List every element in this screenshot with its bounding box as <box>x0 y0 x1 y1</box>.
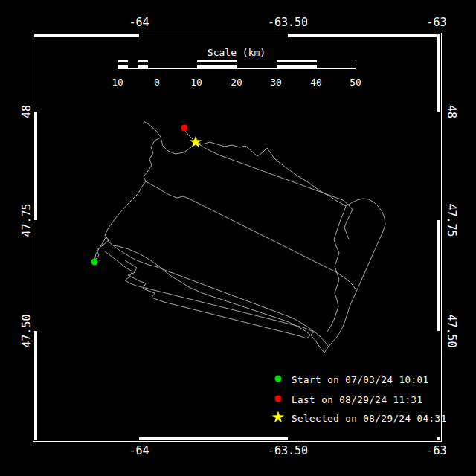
scale-bar-cell <box>148 60 158 68</box>
track-polyline <box>144 121 161 137</box>
scale-bar-title: Scale (km) <box>208 47 266 58</box>
track-polyline <box>94 237 324 353</box>
legend-marker-start <box>275 376 282 382</box>
scale-bar-cell <box>138 60 148 68</box>
axis-label-left: 48 <box>20 105 33 118</box>
track-polyline <box>196 142 385 353</box>
scale-bar-cell <box>197 60 237 68</box>
scale-bar-number: 0 <box>154 77 160 88</box>
axis-label-left: 47.75 <box>20 203 33 237</box>
axis-label-top: -63 <box>426 16 446 29</box>
axis-label-bottom: -63.50 <box>268 444 308 457</box>
track-polyline <box>146 181 356 290</box>
scale-bar-cell <box>277 60 317 68</box>
legend-label-start: Start on 07/03/24 10:01 <box>292 374 429 385</box>
scale-bar-cell <box>317 60 356 68</box>
scale-bar-number: 30 <box>270 77 282 88</box>
axis-label-bottom: -63 <box>426 444 446 457</box>
legend-label-last: Last on 08/29/24 11:31 <box>292 394 423 405</box>
axis-label-right: 48 <box>445 105 458 118</box>
axis-label-top: -64 <box>129 16 149 29</box>
legend-label-selected: Selected on 08/29/24 04:31 <box>292 413 447 424</box>
start-marker <box>91 259 98 266</box>
scale-bar-cell <box>118 60 128 68</box>
legend-marker-last <box>275 396 282 402</box>
axis-label-top: -63.50 <box>268 16 308 29</box>
scale-bar-number: 50 <box>350 77 361 88</box>
scale-bar-number: 10 <box>190 77 202 88</box>
track-polyline <box>113 245 329 347</box>
track-polyline <box>196 142 353 239</box>
legend-marker-selected <box>272 411 284 422</box>
axis-label-right: 47.50 <box>445 314 458 347</box>
scale-bar-box <box>118 60 356 69</box>
scale-bar-cell <box>158 60 197 68</box>
scale-bar-number: 20 <box>231 77 242 88</box>
axis-label-right: 47.75 <box>445 203 458 237</box>
last-marker <box>181 125 188 132</box>
scale-bar-number: 40 <box>310 77 322 88</box>
scale-bar-cell <box>237 60 277 68</box>
axis-label-bottom: -64 <box>129 444 149 457</box>
scale-bar-cell <box>128 60 138 68</box>
track-plot-screen: -64-63.50-63-64-63.50-634847.7547.504847… <box>0 0 476 476</box>
scale-bar-number: 10 <box>112 77 123 88</box>
axis-label-left: 47.50 <box>20 314 33 347</box>
